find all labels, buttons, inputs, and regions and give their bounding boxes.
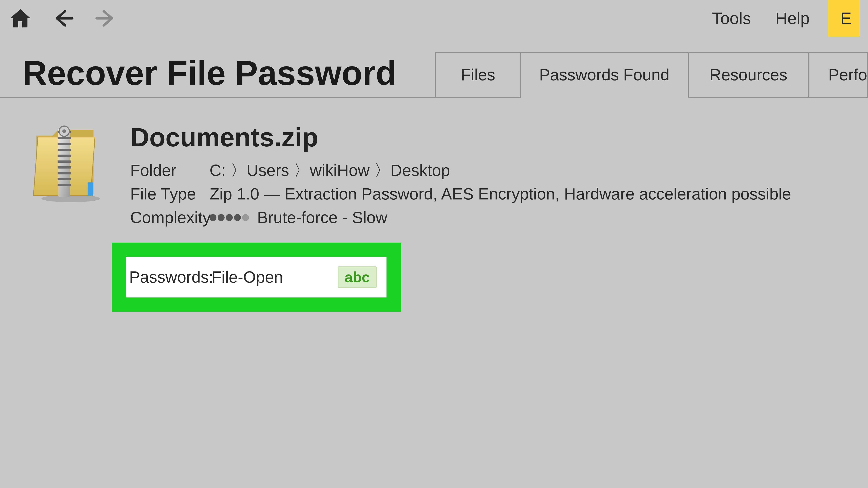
svg-rect-14 — [88, 183, 93, 196]
svg-rect-5 — [58, 149, 71, 151]
home-button[interactable] — [8, 6, 33, 31]
abc-chip[interactable]: abc — [338, 266, 377, 288]
toolbar: Tools Help E — [0, 0, 868, 37]
help-menu[interactable]: Help — [763, 0, 822, 37]
passwords-value: File-Open — [212, 268, 338, 287]
svg-rect-10 — [58, 178, 71, 181]
svg-rect-8 — [58, 166, 71, 169]
arrow-right-icon — [94, 6, 118, 31]
nav-left-group — [8, 6, 118, 31]
dot-icon — [210, 214, 216, 221]
dot-icon — [226, 214, 233, 221]
dot-icon — [242, 214, 249, 221]
home-icon — [8, 6, 33, 31]
svg-rect-3 — [58, 137, 71, 139]
tabs-group: Files Passwords Found Resources Perfo — [436, 52, 868, 97]
tab-files[interactable]: Files — [435, 52, 521, 97]
file-info: Documents.zip Folder C: 〉Users 〉wikiHow … — [110, 122, 791, 312]
file-icon-container — [31, 122, 110, 312]
tab-performance[interactable]: Perfo — [808, 52, 868, 97]
svg-rect-6 — [58, 155, 71, 157]
nav-right-group: Tools Help E — [700, 0, 860, 37]
content-area: Documents.zip Folder C: 〉Users 〉wikiHow … — [0, 98, 868, 312]
forward-button[interactable] — [94, 6, 118, 31]
file-name: Documents.zip — [130, 122, 791, 153]
complexity-value-group: Brute-force - Slow — [210, 206, 387, 229]
tools-menu[interactable]: Tools — [700, 0, 763, 37]
page-title: Recover File Password — [22, 54, 421, 97]
svg-point-13 — [62, 129, 66, 133]
svg-point-0 — [41, 195, 100, 202]
folder-label: Folder — [130, 159, 210, 182]
passwords-label: Passwords: — [126, 268, 212, 287]
zip-folder-icon — [31, 122, 104, 203]
filetype-row: File Type Zip 1.0 — Extraction Password,… — [130, 182, 791, 206]
dot-icon — [218, 214, 224, 221]
passwords-highlight-box: Passwords: File-Open abc — [112, 242, 401, 312]
back-button[interactable] — [51, 6, 75, 31]
svg-rect-9 — [58, 172, 71, 174]
complexity-text: Brute-force - Slow — [257, 206, 387, 229]
passwords-row: Passwords: File-Open abc — [126, 257, 386, 297]
svg-rect-7 — [58, 160, 71, 163]
folder-value: C: 〉Users 〉wikiHow 〉Desktop — [210, 159, 450, 182]
filetype-value: Zip 1.0 — Extraction Password, AES Encry… — [210, 182, 791, 206]
folder-row: Folder C: 〉Users 〉wikiHow 〉Desktop — [130, 159, 791, 182]
filetype-label: File Type — [130, 182, 210, 206]
tab-passwords-found[interactable]: Passwords Found — [520, 52, 689, 97]
complexity-row: Complexity Brute-force - Slow — [130, 206, 791, 229]
complexity-dots — [210, 214, 249, 221]
buy-button[interactable]: E — [828, 0, 860, 37]
complexity-label: Complexity — [130, 206, 210, 229]
arrow-left-icon — [51, 6, 75, 31]
header-row: Recover File Password Files Passwords Fo… — [0, 37, 868, 98]
tab-resources[interactable]: Resources — [688, 52, 809, 97]
dot-icon — [234, 214, 241, 221]
svg-rect-4 — [58, 143, 71, 145]
svg-rect-11 — [58, 184, 71, 186]
